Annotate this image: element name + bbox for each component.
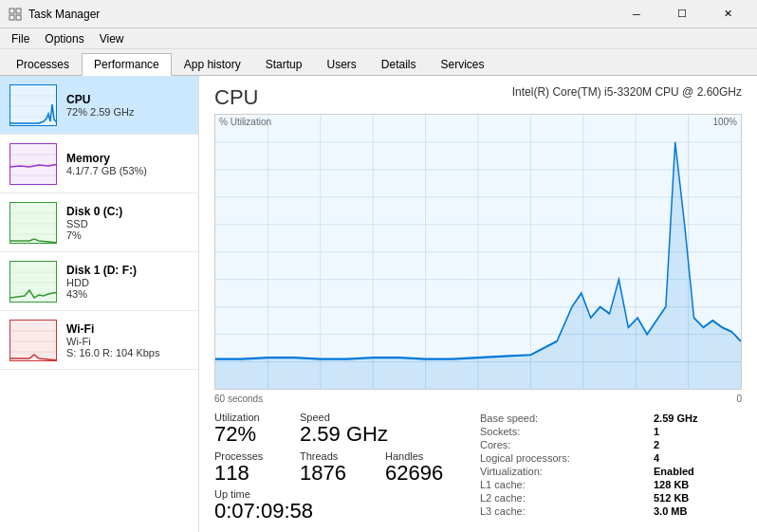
info-label: L2 cache:: [476, 491, 650, 504]
svg-rect-3: [16, 15, 21, 20]
sidebar-item-disk1[interactable]: Disk 1 (D: F:) HDD 43%: [0, 252, 198, 311]
info-label: Logical processors:: [476, 451, 650, 465]
stat-processes: Processes 118: [214, 450, 281, 485]
disk0-detail2: 7%: [66, 229, 189, 241]
info-label: Base speed:: [476, 412, 650, 425]
stat-threads: Threads 1876: [300, 450, 366, 485]
chart-x-labels: 60 seconds 0: [214, 394, 742, 404]
info-table-row: Logical processors:4: [476, 451, 742, 465]
info-label: Sockets:: [476, 425, 650, 438]
disk0-detail: SSD: [66, 218, 189, 229]
disk1-label: Disk 1 (D: F:): [66, 264, 189, 277]
info-table-row: Base speed:2.59 GHz: [476, 412, 742, 425]
info-value: 128 KB: [650, 478, 742, 491]
uptime-label: Up time: [214, 488, 313, 500]
menu-view[interactable]: View: [92, 30, 132, 47]
main-content: CPU 72% 2.59 GHz Memory 4.1/7.7 GB (53%): [0, 76, 757, 532]
cpu-label: CPU: [66, 93, 189, 106]
speed-value: 2.59 GHz: [300, 423, 388, 446]
disk0-info: Disk 0 (C:) SSD 7%: [66, 205, 189, 241]
cpu-thumbnail: [9, 84, 57, 126]
stat-uptime: Up time 0:07:09:58: [214, 488, 313, 523]
disk1-detail2: 43%: [66, 288, 189, 300]
sidebar-item-disk0[interactable]: Disk 0 (C:) SSD 7%: [0, 193, 198, 252]
chart-y-label: % Utilization: [219, 117, 271, 127]
svg-rect-12: [10, 203, 57, 244]
handles-label: Handles: [385, 450, 452, 462]
svg-rect-0: [9, 9, 14, 13]
svg-rect-1: [16, 9, 21, 13]
info-table-row: L3 cache:3.0 MB: [476, 504, 742, 518]
processes-value: 118: [214, 462, 281, 485]
mem-label: Memory: [66, 152, 189, 165]
disk1-thumbnail: [9, 261, 57, 303]
stat-handles: Handles 62696: [385, 450, 452, 485]
svg-rect-2: [9, 15, 14, 20]
window-title: Task Manager: [28, 8, 615, 21]
menu-file[interactable]: File: [4, 30, 37, 47]
app-icon: [8, 7, 23, 22]
info-label: Virtualization:: [476, 465, 650, 478]
tab-users[interactable]: Users: [314, 52, 368, 75]
info-label: L1 cache:: [476, 478, 650, 491]
sidebar-item-cpu[interactable]: CPU 72% 2.59 GHz: [0, 76, 198, 135]
tab-details[interactable]: Details: [369, 52, 429, 75]
utilization-value: 72%: [214, 423, 281, 446]
info-table-row: Cores:2: [476, 438, 742, 451]
close-button[interactable]: ✕: [706, 0, 749, 28]
info-table-row: Sockets:1: [476, 425, 742, 438]
cpu-header: CPU Intel(R) Core(TM) i5-3320M CPU @ 2.6…: [214, 85, 742, 110]
tab-services[interactable]: Services: [429, 52, 497, 75]
sidebar-item-wifi[interactable]: Wi-Fi Wi-Fi S: 16.0 R: 104 Kbps: [0, 311, 198, 370]
handles-value: 62696: [385, 462, 452, 485]
info-label: L3 cache:: [476, 504, 650, 518]
tab-performance[interactable]: Performance: [82, 53, 172, 76]
info-value: Enabled: [650, 465, 742, 478]
title-bar: Task Manager ─ ☐ ✕: [0, 0, 757, 28]
stat-row-3: Up time 0:07:09:58: [214, 488, 476, 523]
info-value: 2: [650, 438, 742, 451]
disk1-info: Disk 1 (D: F:) HDD 43%: [66, 264, 189, 300]
info-table-row: L1 cache:128 KB: [476, 478, 742, 491]
info-value: 3.0 MB: [650, 504, 742, 518]
cpu-model-label: Intel(R) Core(TM) i5-3320M CPU @ 2.60GHz: [512, 85, 742, 99]
info-value: 2.59 GHz: [650, 412, 742, 425]
wifi-label: Wi-Fi: [66, 322, 189, 336]
stat-row-2: Processes 118 Threads 1876 Handles 62696: [214, 450, 476, 485]
uptime-value: 0:07:09:58: [214, 500, 313, 523]
chart-y-max: 100%: [712, 117, 737, 127]
info-table-row: L2 cache:512 KB: [476, 491, 742, 504]
stat-row-1: Utilization 72% Speed 2.59 GHz: [214, 412, 476, 446]
wifi-thumbnail: [9, 320, 57, 361]
tab-startup[interactable]: Startup: [253, 52, 315, 75]
cpu-panel-title: CPU: [214, 85, 258, 110]
tab-processes[interactable]: Processes: [4, 52, 82, 75]
mem-detail: 4.1/7.7 GB (53%): [66, 165, 189, 176]
disk0-thumbnail: [9, 202, 57, 244]
cpu-panel: CPU Intel(R) Core(TM) i5-3320M CPU @ 2.6…: [199, 76, 757, 532]
cpu-chart-svg: [215, 115, 741, 389]
info-label: Cores:: [476, 438, 650, 451]
disk0-label: Disk 0 (C:): [66, 205, 189, 218]
cpu-detail: 72% 2.59 GHz: [66, 106, 189, 118]
wifi-detail: Wi-Fi: [66, 336, 189, 347]
mem-thumbnail: [9, 143, 57, 185]
tab-app-history[interactable]: App history: [172, 52, 253, 75]
maximize-button[interactable]: ☐: [660, 0, 704, 28]
svg-rect-8: [10, 144, 57, 185]
menu-bar: File Options View: [0, 28, 757, 49]
chart-x-left: 60 seconds: [214, 394, 263, 404]
threads-label: Threads: [300, 450, 366, 462]
sidebar-item-memory[interactable]: Memory 4.1/7.7 GB (53%): [0, 135, 198, 193]
minimize-button[interactable]: ─: [615, 0, 658, 28]
processes-label: Processes: [214, 450, 281, 462]
wifi-info: Wi-Fi Wi-Fi S: 16.0 R: 104 Kbps: [66, 322, 189, 358]
threads-value: 1876: [300, 462, 366, 485]
sidebar: CPU 72% 2.59 GHz Memory 4.1/7.7 GB (53%): [0, 76, 199, 532]
wifi-detail2: S: 16.0 R: 104 Kbps: [66, 347, 189, 358]
info-value: 512 KB: [650, 491, 742, 504]
disk1-detail: HDD: [66, 277, 189, 288]
stats-left: Utilization 72% Speed 2.59 GHz Processes…: [214, 412, 476, 523]
chart-x-right: 0: [736, 394, 742, 404]
menu-options[interactable]: Options: [37, 30, 91, 47]
